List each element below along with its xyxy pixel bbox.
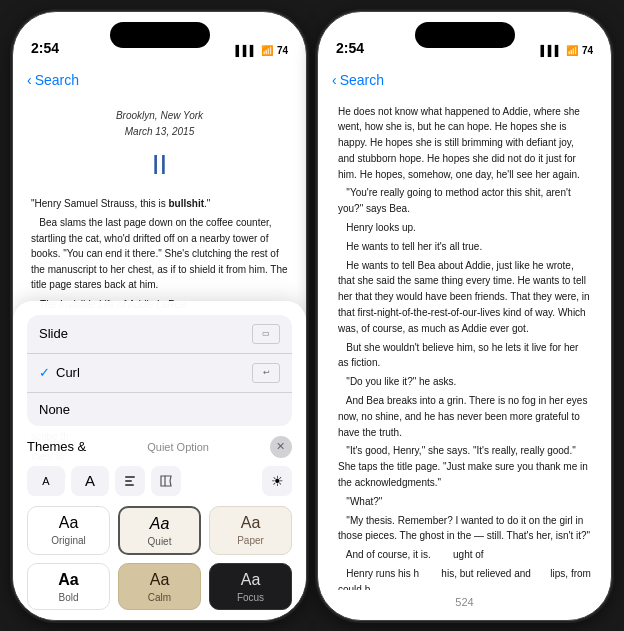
right-para-7: "Do you like it?" he asks. [338, 374, 591, 390]
transition-curl[interactable]: ✓ Curl ↩ [27, 354, 292, 393]
book-location: Brooklyn, New YorkMarch 13, 2015 [31, 108, 288, 140]
wifi-icon: 📶 [261, 45, 273, 56]
right-para-12: And of course, it is. ught of [338, 547, 591, 563]
transition-slide-label: Slide [39, 326, 68, 341]
book-content-right: He does not know what happened to Addie,… [318, 98, 611, 590]
status-icons-left: ▌▌▌ 📶 74 [236, 45, 288, 56]
theme-focus-aa: Aa [216, 572, 285, 588]
theme-bold-label: Bold [34, 592, 103, 603]
theme-focus-label: Focus [216, 592, 285, 603]
transition-none-label: None [39, 402, 70, 417]
font-options-button[interactable] [151, 466, 181, 496]
theme-original-label: Original [34, 535, 103, 546]
overlay-panel: Slide ▭ ✓ Curl ↩ None Themes & Quiet Opt… [13, 301, 306, 620]
theme-original-aa: Aa [34, 515, 103, 531]
theme-focus[interactable]: Aa Focus [209, 563, 292, 610]
dynamic-island-left [110, 22, 210, 48]
svg-rect-2 [125, 484, 134, 486]
text-format-icon [123, 474, 137, 488]
theme-quiet-aa: Aa [126, 516, 193, 532]
themes-label: Themes & [27, 439, 86, 454]
left-phone: 2:54 ▌▌▌ 📶 74 ‹ Search Brooklyn, New Yor… [12, 11, 307, 621]
font-controls: A A ☀ [27, 466, 292, 496]
right-para-8: And Bea breaks into a grin. There is no … [338, 393, 591, 440]
back-label-left: Search [35, 72, 79, 88]
font-decrease-button[interactable]: A [27, 466, 65, 496]
status-icons-right: ▌▌▌ 📶 74 [541, 45, 593, 56]
status-time-left: 2:54 [31, 40, 59, 56]
nav-bar-right: ‹ Search [318, 62, 611, 98]
theme-paper-aa: Aa [216, 515, 285, 531]
theme-calm-aa: Aa [125, 572, 194, 588]
slide-icon: ▭ [252, 324, 280, 344]
chapter-number: II [31, 144, 288, 186]
right-para-10: "What?" [338, 494, 591, 510]
chevron-left-icon: ‹ [27, 72, 32, 88]
chevron-left-icon-right: ‹ [332, 72, 337, 88]
battery-icon-right: 74 [582, 45, 593, 56]
theme-bold[interactable]: Aa Bold [27, 563, 110, 610]
right-para-11: "My thesis. Remember? I wanted to do it … [338, 513, 591, 545]
close-button[interactable]: ✕ [270, 436, 292, 458]
dynamic-island-right [415, 22, 515, 48]
signal-icon: ▌▌▌ [236, 45, 257, 56]
quiet-option-label: Quiet Option [147, 441, 209, 453]
signal-icon-right: ▌▌▌ [541, 45, 562, 56]
phones-container: 2:54 ▌▌▌ 📶 74 ‹ Search Brooklyn, New Yor… [12, 11, 612, 621]
curl-icon: ↩ [252, 363, 280, 383]
wifi-icon-right: 📶 [566, 45, 578, 56]
svg-rect-0 [125, 476, 135, 478]
theme-calm-label: Calm [125, 592, 194, 603]
theme-paper-label: Paper [216, 535, 285, 546]
themes-grid: Aa Original Aa Quiet Aa Paper Aa Bold Aa [27, 506, 292, 610]
transition-none[interactable]: None [27, 393, 292, 426]
right-para-6: But she wouldn't believe him, so he lets… [338, 340, 591, 372]
nav-bar-left: ‹ Search [13, 62, 306, 98]
page-number: 524 [455, 596, 473, 608]
check-icon: ✓ [39, 365, 50, 380]
book-icon [159, 474, 173, 488]
right-para-9: "It's good, Henry," she says. "It's real… [338, 443, 591, 490]
themes-header: Themes & Quiet Option ✕ [27, 436, 292, 458]
right-para-5: He wants to tell Bea about Addie, just l… [338, 258, 591, 337]
theme-quiet-label: Quiet [126, 536, 193, 547]
svg-rect-1 [125, 480, 132, 482]
status-time-right: 2:54 [336, 40, 364, 56]
transition-options: Slide ▭ ✓ Curl ↩ None [27, 315, 292, 426]
right-para-3: Henry looks up. [338, 220, 591, 236]
font-style-button[interactable] [115, 466, 145, 496]
transition-slide[interactable]: Slide ▭ [27, 315, 292, 354]
right-para-13: Henry runs his h his, but relieved and l… [338, 566, 591, 589]
back-button-right[interactable]: ‹ Search [332, 72, 384, 88]
battery-icon: 74 [277, 45, 288, 56]
brightness-button[interactable]: ☀ [262, 466, 292, 496]
chapter-header: Brooklyn, New YorkMarch 13, 2015 II [31, 108, 288, 186]
theme-calm[interactable]: Aa Calm [118, 563, 201, 610]
transition-curl-label: Curl [56, 365, 252, 380]
para-2: Bea slams the last page down on the coff… [31, 215, 288, 293]
theme-bold-aa: Aa [34, 572, 103, 588]
back-label-right: Search [340, 72, 384, 88]
theme-quiet[interactable]: Aa Quiet [118, 506, 201, 555]
theme-original[interactable]: Aa Original [27, 506, 110, 555]
back-button-left[interactable]: ‹ Search [27, 72, 79, 88]
right-para-2: "You're really going to method actor thi… [338, 185, 591, 217]
right-phone: 2:54 ▌▌▌ 📶 74 ‹ Search He does not know … [317, 11, 612, 621]
right-para-1: He does not know what happened to Addie,… [338, 104, 591, 183]
para-1: "Henry Samuel Strauss, this is bullshit.… [31, 196, 288, 212]
right-para-4: He wants to tell her it's all true. [338, 239, 591, 255]
font-increase-button[interactable]: A [71, 466, 109, 496]
theme-paper[interactable]: Aa Paper [209, 506, 292, 555]
